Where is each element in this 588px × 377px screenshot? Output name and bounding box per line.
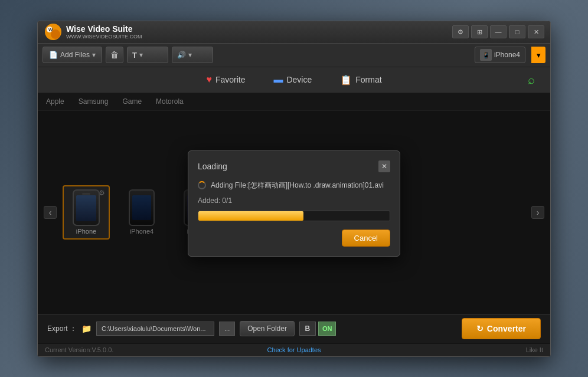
minimize-button[interactable]: — <box>490 25 507 38</box>
like-it-text[interactable]: Like It <box>377 346 543 353</box>
text-dropdown-arrow: ▾ <box>139 51 143 59</box>
device-selector-icon: 📱 <box>480 49 492 61</box>
format-icon: 📋 <box>340 74 352 86</box>
folder-icon: 📁 <box>81 324 92 333</box>
tab-format-label: Format <box>355 75 381 84</box>
audio-dropdown[interactable]: 🔊 ▾ <box>172 47 213 63</box>
device-dropdown-arrow[interactable]: ▾ <box>531 47 545 63</box>
favorite-icon: ♥ <box>206 74 212 85</box>
search-button[interactable]: ⌕ <box>522 70 541 89</box>
open-folder-button[interactable]: Open Folder <box>240 321 295 336</box>
device-selector-name: iPhone4 <box>494 51 520 59</box>
dialog-title: Loading <box>198 162 227 171</box>
dialog-added-text: Added: 0/1 <box>198 196 390 205</box>
title-logo-area: W Wise Video Suite WWW.WISEVIDEOSUITE.CO… <box>44 22 452 41</box>
converter-button[interactable]: ↻ Converter <box>462 318 541 339</box>
content-area: Apple Samsung Game Motorola ‹ ⚙ <box>38 93 550 314</box>
add-files-icon: 📄 <box>49 51 58 59</box>
tab-format[interactable]: 📋 Format <box>326 69 396 90</box>
convert-icon: ↻ <box>476 324 484 333</box>
export-path-field[interactable] <box>96 322 214 336</box>
svg-text:W: W <box>48 27 53 32</box>
nav-tabs: ♥ Favorite ▬ Device 📋 Format ⌕ <box>38 67 550 93</box>
dialog-header: Loading ✕ <box>198 160 390 172</box>
device-selector[interactable]: 📱 iPhone4 <box>475 47 525 63</box>
text-format-dropdown[interactable]: T ▾ <box>127 47 168 63</box>
dialog-actions: Cancel <box>198 230 390 247</box>
title-bar: W Wise Video Suite WWW.WISEVIDEOSUITE.CO… <box>38 21 550 44</box>
bottom-bar: Export ： 📁 ... Open Folder B ON ↻ Conver… <box>38 314 550 343</box>
restore-button[interactable]: ⊞ <box>471 25 488 38</box>
version-text: Current Version:V.5.0.0. <box>45 346 211 353</box>
add-files-label: Add Files <box>60 51 90 59</box>
dialog-message-row: Adding File:[怎样画动画][How.to .draw.animati… <box>198 181 390 191</box>
check-updates-link[interactable]: Check for Upadtes <box>211 346 377 353</box>
toggle-on-label[interactable]: ON <box>318 322 337 336</box>
progress-bar-fill <box>198 211 303 221</box>
audio-icon: 🔊 <box>177 51 186 59</box>
text-format-icon: T <box>132 51 137 60</box>
dialog-close-button[interactable]: ✕ <box>378 160 390 172</box>
cancel-button[interactable]: Cancel <box>342 230 390 247</box>
tab-device[interactable]: ▬ Device <box>259 69 326 90</box>
app-title: Wise Video Suite <box>66 24 142 34</box>
format-b-label: B <box>305 324 311 333</box>
window-controls: ⚙ ⊞ — □ ✕ <box>452 25 544 38</box>
loading-overlay: Loading ✕ Adding File:[怎样画动画][How.to .dr… <box>38 93 550 314</box>
app-subtitle: WWW.WISEVIDEOSUITE.COM <box>66 34 142 40</box>
browse-button[interactable]: ... <box>219 322 235 336</box>
settings-button[interactable]: ⚙ <box>452 25 469 38</box>
export-label: Export ： <box>47 324 77 334</box>
format-b-box: B <box>299 322 316 336</box>
device-icon: ▬ <box>273 74 283 85</box>
convert-label: Converter <box>487 324 526 333</box>
close-button[interactable]: ✕ <box>528 25 544 38</box>
desktop: W Wise Video Suite WWW.WISEVIDEOSUITE.CO… <box>0 0 588 377</box>
toolbar: 📄 Add Files ▾ 🗑 T ▾ 🔊 ▾ 📱 iPhone4 ▾ <box>38 44 550 67</box>
loading-spinner <box>198 181 206 189</box>
tab-favorite-label: Favorite <box>215 75 246 84</box>
app-title-block: Wise Video Suite WWW.WISEVIDEOSUITE.COM <box>66 24 142 40</box>
dialog-file-message: Adding File:[怎样画动画][How.to .draw.animati… <box>211 181 384 191</box>
format-toggle: B ON <box>299 322 337 336</box>
delete-button[interactable]: 🗑 <box>106 47 123 63</box>
add-files-button[interactable]: 📄 Add Files ▾ <box>43 47 102 63</box>
maximize-button[interactable]: □ <box>509 25 525 38</box>
app-window: W Wise Video Suite WWW.WISEVIDEOSUITE.CO… <box>37 21 551 357</box>
tab-favorite[interactable]: ♥ Favorite <box>192 69 259 90</box>
loading-dialog: Loading ✕ Adding File:[怎样画动画][How.to .dr… <box>188 150 400 257</box>
audio-dropdown-arrow: ▾ <box>188 51 192 59</box>
tab-device-label: Device <box>286 75 312 84</box>
add-files-dropdown-icon: ▾ <box>92 51 96 59</box>
progress-bar-background <box>198 211 390 221</box>
app-logo-icon: W <box>44 22 63 41</box>
search-icon: ⌕ <box>528 73 535 87</box>
status-bar: Current Version:V.5.0.0. Check for Upadt… <box>38 343 550 356</box>
